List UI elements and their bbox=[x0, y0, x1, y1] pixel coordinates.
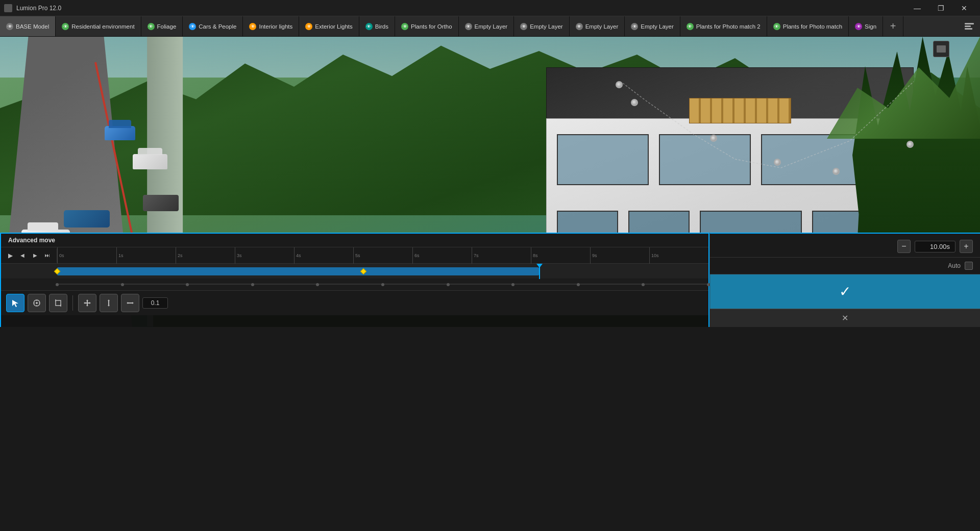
add-layer-button[interactable]: + bbox=[883, 16, 903, 36]
playhead[interactable] bbox=[539, 264, 540, 279]
app-logo bbox=[4, 4, 12, 12]
svg-rect-2 bbox=[965, 28, 972, 30]
tab-label-interior-lights: Interior lights bbox=[259, 23, 292, 30]
viewport-settings-button[interactable] bbox=[933, 41, 949, 57]
tab-label-birds: Birds bbox=[375, 23, 388, 30]
tab-base-model[interactable]: 👁 BASE Model bbox=[0, 16, 56, 36]
tab-empty-layer-4[interactable]: 👁 Empty Layer bbox=[625, 16, 680, 36]
tab-plants-photo-2[interactable]: 👁 Plants for Photo match 2 bbox=[680, 16, 767, 36]
timeline-panel: Advanced move ▶ ◀ ▶ ⏭ 0s 1s 2s 3s 4s 5 bbox=[0, 233, 709, 327]
camera-point-2 bbox=[774, 159, 781, 166]
eye-icon: 👁 bbox=[249, 23, 256, 30]
cancel-button[interactable]: ✕ bbox=[710, 309, 980, 327]
viewport[interactable]: Advanced move ▶ ◀ ▶ ⏭ 0s 1s 2s 3s 4s 5 bbox=[0, 37, 980, 327]
eye-icon: 👁 bbox=[465, 23, 472, 30]
auto-label: Auto bbox=[948, 262, 961, 269]
tab-exterior-lights[interactable]: 👁 Exterior Lights bbox=[299, 16, 359, 36]
move-all-button[interactable] bbox=[78, 294, 96, 312]
camera-point-5 bbox=[616, 81, 623, 88]
crop-tool-button[interactable] bbox=[49, 294, 67, 312]
duration-value: 10.00s bbox=[915, 241, 955, 252]
track-dot-9 bbox=[577, 283, 580, 286]
camera-point-1 bbox=[710, 135, 717, 142]
tab-residential[interactable]: 👁 Residential environment bbox=[56, 16, 141, 36]
tab-label-plants-ortho: Plants for Ortho bbox=[411, 23, 452, 30]
track-dot-3 bbox=[186, 283, 189, 286]
auto-inner: Auto bbox=[948, 262, 973, 270]
titlebar: Lumion Pro 12.0 — ❐ ✕ bbox=[0, 0, 980, 16]
horizontal-move-button[interactable] bbox=[121, 294, 139, 312]
jump-end-button[interactable]: ⏭ bbox=[42, 248, 53, 263]
eye-icon: 👁 bbox=[6, 23, 13, 30]
tab-foliage[interactable]: 👁 Foliage bbox=[141, 16, 183, 36]
duration-plus-button[interactable]: + bbox=[960, 240, 973, 253]
minimize-button[interactable]: — bbox=[905, 0, 929, 16]
tab-label-empty-1: Empty Layer bbox=[475, 23, 508, 30]
svg-rect-1 bbox=[965, 26, 971, 27]
track-content-main[interactable] bbox=[57, 264, 708, 279]
timeline-toolbar: 0.1 bbox=[1, 290, 708, 315]
car-blue bbox=[105, 126, 135, 140]
tab-empty-layer-3[interactable]: 👁 Empty Layer bbox=[570, 16, 625, 36]
close-button[interactable]: ✕ bbox=[952, 0, 976, 16]
tab-label-residential: Residential environment bbox=[71, 23, 134, 30]
right-control-panel: − 10.00s + Auto ✓ ✕ bbox=[709, 233, 980, 327]
counter-display: 0.1 bbox=[142, 297, 168, 309]
orbit-tool-button[interactable] bbox=[28, 294, 46, 312]
vertical-move-button[interactable] bbox=[100, 294, 118, 312]
tab-label-empty-4: Empty Layer bbox=[641, 23, 674, 30]
track-dot-1 bbox=[56, 283, 59, 286]
tab-label-sign: Sign bbox=[865, 23, 876, 30]
tab-label-foliage: Foliage bbox=[157, 23, 177, 30]
tab-birds[interactable]: 👁 Birds bbox=[359, 16, 395, 36]
tab-label-cars-people: Cars & People bbox=[199, 23, 236, 30]
next-keyframe-button[interactable]: ▶ bbox=[30, 248, 40, 263]
tab-label-plants-photo: Plants for Photo match bbox=[783, 23, 842, 30]
svg-point-4 bbox=[36, 302, 38, 304]
eye-icon: 👁 bbox=[401, 23, 408, 30]
titlebar-left: Lumion Pro 12.0 bbox=[4, 4, 61, 12]
auto-checkbox[interactable] bbox=[965, 262, 973, 270]
layers-bar: 👁 BASE Model 👁 Residential environment 👁… bbox=[0, 16, 980, 37]
timeline-track-secondary[interactable] bbox=[1, 279, 708, 290]
tab-label-plants-photo-2: Plants for Photo match 2 bbox=[696, 23, 761, 30]
prev-keyframe-button[interactable]: ◀ bbox=[17, 248, 28, 263]
track-bar-main bbox=[57, 267, 539, 275]
track-dot-4 bbox=[251, 283, 254, 286]
accept-button[interactable]: ✓ bbox=[710, 274, 980, 309]
maximize-button[interactable]: ❐ bbox=[929, 0, 952, 16]
duration-control-area: − 10.00s + bbox=[710, 234, 980, 258]
eye-icon: 👁 bbox=[520, 23, 527, 30]
tab-empty-layer-2[interactable]: 👁 Empty Layer bbox=[514, 16, 570, 36]
timeline-controls-row: ▶ ◀ ▶ ⏭ 0s 1s 2s 3s 4s 5s 6s 7s 8s 9 bbox=[1, 247, 708, 264]
preview-button[interactable] bbox=[959, 16, 980, 36]
tab-empty-layer-1[interactable]: 👁 Empty Layer bbox=[459, 16, 514, 36]
timeline-header: Advanced move bbox=[1, 234, 708, 247]
tab-label-empty-2: Empty Layer bbox=[530, 23, 563, 30]
eye-icon: 👁 bbox=[148, 23, 155, 30]
tab-cars-people[interactable]: 👁 Cars & People bbox=[183, 16, 243, 36]
track-dot-2 bbox=[121, 283, 124, 286]
tab-plants-ortho[interactable]: 👁 Plants for Ortho bbox=[395, 16, 459, 36]
eye-icon: 👁 bbox=[631, 23, 638, 30]
timeline-track-main[interactable] bbox=[1, 264, 708, 279]
select-tool-button[interactable] bbox=[6, 294, 24, 312]
camera-point-4 bbox=[906, 141, 914, 148]
toolbar-divider bbox=[72, 295, 73, 311]
eye-icon: 👁 bbox=[365, 23, 373, 30]
eye-icon: 👁 bbox=[855, 23, 862, 30]
track-content-secondary[interactable] bbox=[57, 279, 708, 290]
cancel-row: ✕ bbox=[710, 309, 980, 327]
confirm-area: ✓ ✕ bbox=[710, 274, 980, 327]
playback-controls: ▶ ◀ ▶ ⏭ bbox=[1, 248, 57, 263]
auto-control-area: Auto bbox=[710, 258, 980, 274]
tab-sign[interactable]: 👁 Sign bbox=[849, 16, 883, 36]
eye-icon: 👁 bbox=[773, 23, 780, 30]
tab-plants-photo[interactable]: 👁 Plants for Photo match bbox=[767, 16, 849, 36]
tab-interior-lights[interactable]: 👁 Interior lights bbox=[243, 16, 299, 36]
ruler-ticks: 0s 1s 2s 3s 4s 5s 6s 7s 8s 9s 10s bbox=[57, 247, 708, 264]
camera-point-3 bbox=[832, 168, 840, 175]
eye-icon: 👁 bbox=[62, 23, 69, 30]
duration-minus-button[interactable]: − bbox=[897, 240, 911, 253]
play-button[interactable]: ▶ bbox=[5, 248, 15, 263]
